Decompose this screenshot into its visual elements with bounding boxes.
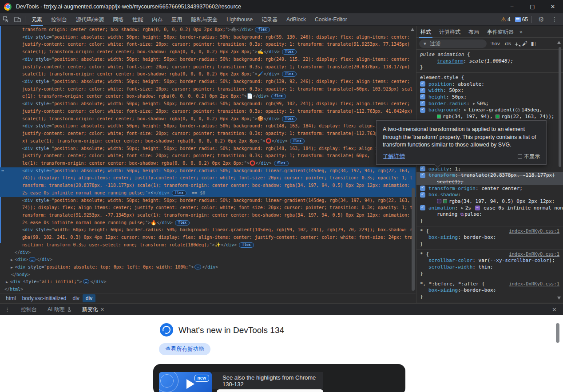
styles-tab-布局[interactable]: 布局 — [464, 26, 483, 38]
tree-expand-arrow-icon[interactable]: ▶ — [11, 257, 15, 264]
style-property-row[interactable]: } — [416, 293, 563, 300]
flex-badge[interactable]: flex — [239, 242, 254, 248]
dom-tree-row[interactable]: 74)); display: flex; align-items: center… — [0, 174, 416, 182]
property-checkbox[interactable] — [420, 186, 425, 191]
issues-counter[interactable]: 65 — [515, 16, 528, 23]
tab-元素[interactable]: 元素 — [27, 13, 47, 26]
property-checkbox[interactable] — [420, 88, 425, 93]
sidebar-layout-icon[interactable]: ◧ — [531, 40, 536, 47]
tab-close-icon[interactable]: ✕ — [100, 307, 104, 313]
color-swatch[interactable] — [437, 115, 441, 119]
stylesheet-source-link[interactable]: index-DxRKyO.css:1 — [509, 251, 559, 257]
expand-ellipsis-button[interactable]: … — [194, 265, 201, 269]
dom-tree-row[interactable]: justify-content: center; color: white; f… — [0, 108, 416, 115]
style-property-row[interactable]: height: 50px; — [416, 94, 563, 100]
dom-tree-row[interactable]: ransform: translate(20.8378px, -118.177p… — [0, 182, 416, 190]
flex-badge[interactable]: flex — [282, 71, 297, 77]
dom-tree-row[interactable]: ▶<div style="all: initial;">…</div> — [0, 278, 416, 286]
style-property-row[interactable]: rgb(34, 197, 94), rgb(22, 163, 74)); — [416, 113, 563, 120]
dont-show-checkbox[interactable] — [518, 154, 522, 158]
flex-badge[interactable]: flex — [175, 220, 190, 226]
styles-tab-样式[interactable]: 样式 — [416, 26, 435, 38]
drawer-scrollbar-thumb[interactable] — [556, 323, 559, 343]
flex-badge[interactable]: flex — [282, 49, 297, 55]
style-property-row[interactable]: } — [416, 64, 563, 71]
new-style-rule-button[interactable]: + — [515, 40, 519, 47]
style-property-row[interactable]: transform: scale(1.00048); — [416, 58, 563, 64]
tree-expand-arrow-icon[interactable]: ▶ — [11, 264, 15, 272]
class-toggle[interactable]: .cls — [504, 41, 511, 46]
style-filter-input[interactable]: ▼ 过滤 — [419, 40, 487, 48]
flex-badge[interactable]: flex — [255, 27, 270, 32]
tab-隐私与安全[interactable]: 隐私与安全 — [186, 13, 222, 26]
dom-tree-row[interactable]: x) scale(1); transform-origin: center ce… — [0, 138, 416, 145]
style-property-row[interactable]: width: 50px; — [416, 87, 563, 94]
drawer-tab-控制台[interactable]: 控制台 — [16, 304, 42, 316]
styles-scroll-down-icon[interactable] — [557, 297, 561, 300]
style-property-row[interactable]: } — [416, 270, 563, 277]
stylesheet-source-link[interactable]: index-DxRKyO.css:1 — [509, 281, 559, 286]
maximize-button[interactable]: ▢ — [522, 0, 543, 13]
dom-tree-row[interactable]: ▶<div style="position: absolute; top: 0p… — [0, 264, 416, 271]
dom-tree-row[interactable]: nsition: transform 0.3s; user-select: no… — [0, 242, 416, 249]
tab-源代码/来源[interactable]: 源代码/来源 — [71, 13, 108, 26]
warnings-counter[interactable]: ⚠ 4 — [501, 16, 510, 23]
dom-tree-row[interactable]: <div style="position: absolute; width: 5… — [0, 145, 416, 153]
flex-badge[interactable]: flex — [271, 94, 286, 99]
property-checkbox[interactable] — [420, 107, 425, 113]
tab-控制台[interactable]: 控制台 — [47, 13, 71, 26]
dom-tree-row[interactable]: 2s ease 0s infinite normal none running … — [0, 219, 416, 227]
property-checkbox[interactable] — [420, 94, 425, 99]
minimize-button[interactable]: – — [502, 0, 522, 13]
style-property-row[interactable]: background: ▶linear-gradient(145deg, — [416, 107, 563, 114]
tab-内存[interactable]: 内存 — [147, 13, 167, 26]
color-swatch[interactable] — [443, 199, 447, 203]
disclosure-triangle-icon[interactable]: ▶ — [464, 108, 466, 112]
style-property-row[interactable]: transform-origin: center center; — [416, 185, 563, 192]
drawer-tab-新变化[interactable]: 新变化✕ — [77, 304, 110, 316]
styles-tab-计算样式[interactable]: 计算样式 — [435, 26, 464, 38]
style-property-row[interactable]: *, *:before, *:after {index-DxRKyO.css:1 — [416, 281, 563, 287]
see-all-features-button[interactable]: 查看所有新功能 — [159, 343, 210, 355]
dom-tree-row[interactable]: <div style="position: absolute; width: 5… — [0, 56, 416, 63]
flex-badge[interactable]: flex — [290, 139, 305, 144]
styles-scrollbar-thumb[interactable] — [559, 47, 561, 167]
dom-tree-row[interactable]: scale(1); transform-origin: center cente… — [0, 71, 416, 78]
dom-tree-row[interactable]: 2s ease 0s infinite normal none running … — [0, 190, 416, 197]
breadcrumb-item[interactable]: div — [70, 294, 83, 302]
flex-badge[interactable]: flex — [282, 116, 297, 122]
dom-tree-row[interactable]: <div style="position: absolute; width: 5… — [0, 78, 416, 86]
dom-tree-row[interactable]: </html> — [0, 286, 416, 293]
device-toolbar-icon[interactable] — [12, 15, 23, 24]
tab-性能[interactable]: 性能 — [128, 13, 147, 26]
dom-tree-row[interactable]: <div style="position: absolute; width: 5… — [0, 197, 416, 205]
style-property-row[interactable]: scrollbar-color: var(--xy-scrollbar-colo… — [416, 257, 563, 264]
style-property-row[interactable]: position: absolute; — [416, 81, 563, 87]
property-checkbox[interactable] — [420, 101, 425, 106]
style-property-row[interactable]: } — [416, 218, 563, 224]
element-overflow-menu-icon[interactable]: ⋯ — [1, 167, 4, 175]
dom-tree-row[interactable]: <div style="width: 60px; height: 60px; b… — [0, 226, 416, 234]
tab-Cookie-Editor[interactable]: Cookie-Editor — [310, 13, 352, 26]
color-swatch[interactable] — [496, 115, 500, 119]
breadcrumb-item[interactable]: div — [83, 294, 95, 302]
flex-badge[interactable]: flex — [274, 161, 289, 166]
style-property-row[interactable]: * {index-DxRKyO.css:1 — [416, 251, 563, 257]
style-property-row[interactable]: box-shadow: — [416, 191, 563, 198]
dom-tree-row[interactable]: <div style="position: absolute; width: 5… — [0, 34, 416, 41]
drawer-tab-AI 助理[interactable]: AI 助理 — [42, 304, 77, 316]
dom-tree-row[interactable]: justify-content: center; color: white; f… — [0, 152, 416, 160]
learn-more-link[interactable]: 了解详情 — [383, 153, 405, 160]
dom-tree-row[interactable]: justify-content: center; color: white; f… — [0, 63, 416, 71]
tree-expand-arrow-icon[interactable]: ▶ — [6, 279, 10, 286]
expand-ellipsis-button[interactable]: … — [83, 279, 90, 284]
brush-icon[interactable]: 🖌 — [522, 40, 527, 47]
dom-tree-row[interactable]: justify-content: center; color: white; f… — [0, 86, 416, 93]
dom-tree-row[interactable]: 74)); display: flex; align-items: center… — [0, 204, 416, 212]
styles-tab-事件监听器[interactable]: 事件监听器 — [483, 26, 518, 38]
dom-tree-row[interactable]: justify-content: center; color: white; f… — [0, 130, 416, 138]
angle-icon[interactable] — [515, 108, 520, 112]
tab-Lighthouse[interactable]: Lighthouse — [222, 13, 257, 26]
dom-tree-row[interactable]: scale(1); transform-origin: center cente… — [0, 115, 416, 123]
dom-tree-row[interactable]: <div style="position: absolute; width: 5… — [0, 123, 416, 130]
